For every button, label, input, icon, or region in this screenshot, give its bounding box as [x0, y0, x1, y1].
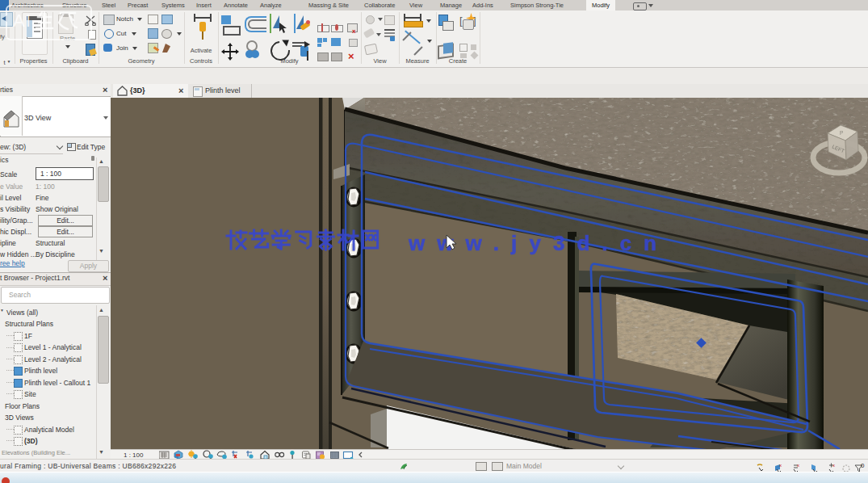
svg-text:x: x	[832, 463, 835, 468]
svg-text:x: x	[779, 463, 782, 468]
svg-text:P: P	[840, 130, 843, 136]
svg-text:www.jy3d.cn: www.jy3d.cn	[408, 231, 656, 255]
svg-text:x: x	[797, 463, 799, 468]
